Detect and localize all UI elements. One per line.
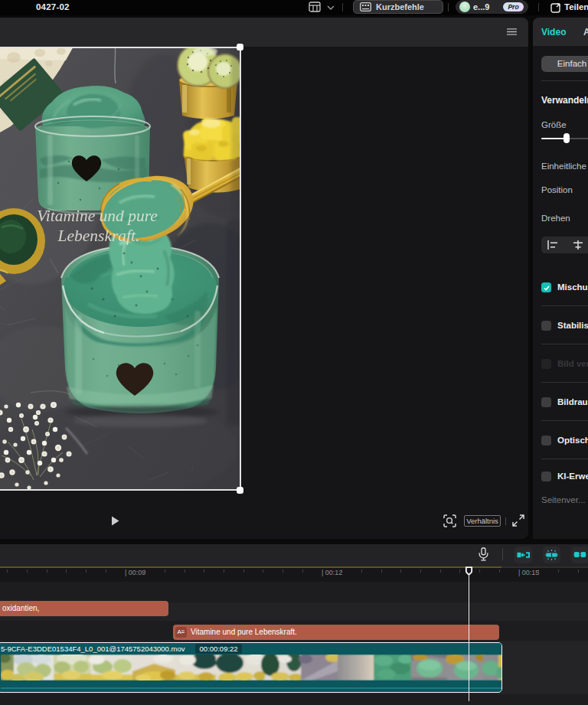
svg-text:Vitamine und pure: Vitamine und pure bbox=[37, 207, 158, 225]
svg-text:Lebenskraft.: Lebenskraft. bbox=[57, 227, 140, 245]
